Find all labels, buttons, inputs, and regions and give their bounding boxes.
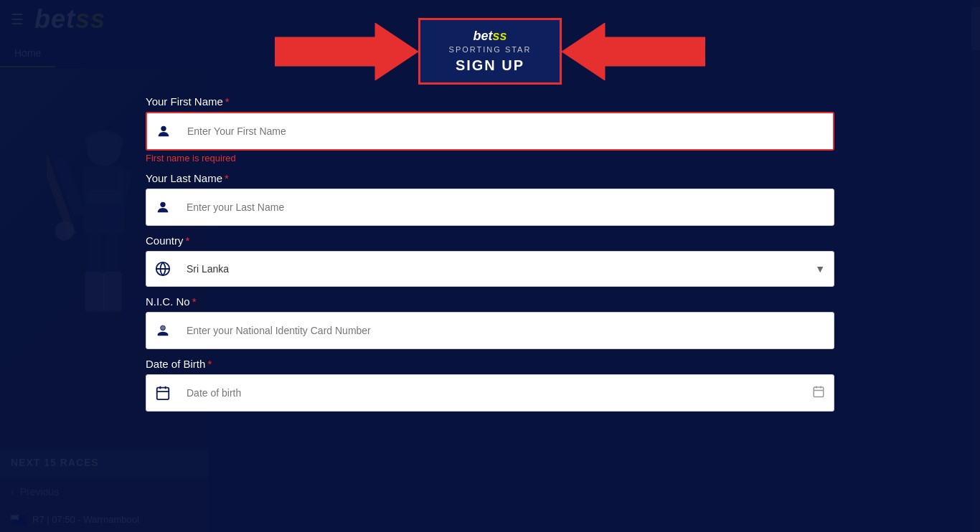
svg-marker-20: [275, 23, 418, 80]
logo-subtitle: SPORTING STAR: [438, 45, 542, 54]
nic-field: N.I.C. No*: [146, 295, 834, 349]
svg-point-27: [161, 326, 165, 331]
id-card-icon: [146, 313, 179, 348]
country-field: Country* Sri Lanka Australia United King…: [146, 234, 834, 287]
first-name-label: Your First Name*: [146, 95, 834, 108]
nic-input[interactable]: [179, 313, 834, 348]
country-select-wrapper: Sri Lanka Australia United Kingdom India…: [146, 251, 834, 287]
form-container: Your First Name* First name is required …: [131, 95, 849, 420]
nic-input-wrapper: [146, 312, 834, 349]
country-select[interactable]: Sri Lanka Australia United Kingdom India…: [179, 251, 806, 287]
user-icon: [147, 113, 180, 149]
chevron-down-icon: ▼: [806, 263, 834, 275]
user-icon-2: [146, 189, 179, 225]
right-arrow: [562, 23, 705, 80]
dob-label: Date of Birth*: [146, 358, 834, 370]
nic-label: N.I.C. No*: [146, 295, 834, 308]
first-name-error: First name is required: [146, 153, 834, 163]
last-name-field: Your Last Name*: [146, 172, 834, 226]
svg-point-22: [161, 126, 166, 131]
country-label: Country*: [146, 234, 834, 247]
last-name-label: Your Last Name*: [146, 172, 834, 184]
first-name-input[interactable]: [180, 113, 833, 149]
first-name-field: Your First Name* First name is required: [146, 95, 834, 163]
svg-rect-28: [157, 388, 169, 400]
svg-rect-32: [814, 387, 824, 397]
last-name-input-wrapper: [146, 189, 834, 226]
dob-field: Date of Birth*: [146, 358, 834, 412]
calendar-icon-right: [804, 385, 834, 401]
signup-form-overlay: betss SPORTING STAR SIGN UP Your First N…: [0, 0, 980, 532]
svg-marker-21: [562, 23, 705, 80]
last-name-input[interactable]: [179, 189, 834, 225]
first-name-input-wrapper: [146, 112, 834, 151]
left-arrow: [275, 23, 418, 80]
signup-title: SIGN UP: [438, 57, 542, 74]
logo-brand: betss: [438, 29, 542, 44]
logo-arrows-row: betss SPORTING STAR SIGN UP: [0, 0, 980, 95]
dob-input-wrapper: [146, 374, 834, 412]
calendar-icon: [146, 375, 179, 411]
globe-icon: [146, 251, 179, 287]
dob-input[interactable]: [179, 375, 804, 411]
logo-box: betss SPORTING STAR SIGN UP: [418, 18, 562, 85]
svg-point-23: [160, 202, 165, 207]
